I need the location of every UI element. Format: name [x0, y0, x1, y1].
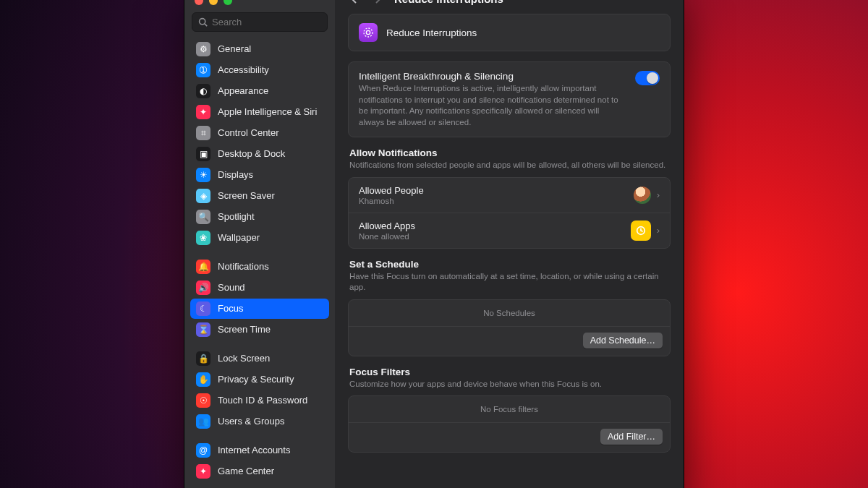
sidebar-item-label: Privacy & Security — [218, 374, 294, 385]
close-window-button[interactable] — [195, 0, 203, 5]
sidebar-item-touch-id-password[interactable]: ☉Touch ID & Password — [190, 390, 329, 411]
sidebar-item-displays-icon: ☀ — [196, 168, 210, 182]
add-filter-button[interactable]: Add Filter… — [600, 429, 663, 445]
sidebar-item-desktop-dock-icon: ▣ — [196, 147, 210, 161]
window-controls — [184, 0, 335, 12]
sidebar-item-internet-accounts[interactable]: @Internet Accounts — [190, 440, 329, 461]
sidebar-item-lock-screen[interactable]: 🔒Lock Screen — [190, 348, 329, 369]
filters-description: Customize how your apps and device behav… — [349, 379, 669, 390]
sidebar-item-users-groups-icon: 👥 — [196, 414, 210, 429]
sidebar-item-label: Users & Groups — [218, 416, 284, 427]
search-input[interactable] — [212, 17, 321, 27]
sidebar-item-game-center-icon: ✦ — [196, 464, 210, 479]
sidebar-item-focus[interactable]: ☾Focus — [190, 299, 329, 319]
sidebar-item-label: Control Center — [218, 127, 279, 139]
sidebar-item-wallpaper-icon: ❀ — [196, 231, 210, 245]
sidebar-item-general[interactable]: ⚙General — [190, 39, 329, 59]
schedule-empty-text: No Schedules — [349, 300, 670, 326]
sidebar-item-apple-intelligence-siri[interactable]: ✦Apple Intelligence & Siri — [190, 102, 329, 122]
back-button[interactable] — [348, 0, 361, 5]
sidebar-item-spotlight[interactable]: 🔍Spotlight — [190, 207, 329, 227]
main-content: Reduce Interruptions Reduce Interruption… — [335, 0, 684, 488]
filters-empty-text: No Focus filters — [349, 396, 670, 422]
forward-button[interactable] — [371, 0, 384, 5]
sidebar-item-focus-icon: ☾ — [196, 301, 210, 316]
sidebar-item-general-icon: ⚙ — [196, 42, 210, 56]
sidebar-item-spotlight-icon: 🔍 — [196, 210, 210, 224]
ibs-title: Intelligent Breakthrough & Silencing — [359, 71, 624, 82]
search-icon — [198, 17, 208, 27]
sidebar-item-label: Internet Accounts — [218, 445, 290, 456]
sidebar-item-label: Focus — [218, 303, 243, 314]
allow-heading: Allow Notifications — [349, 147, 669, 158]
ibs-description: When Reduce Interruptions is active, int… — [359, 83, 624, 128]
sidebar-item-label: Screen Saver — [218, 190, 275, 202]
zoom-window-button[interactable] — [224, 0, 232, 5]
search-field[interactable] — [192, 12, 328, 32]
sidebar-item-label: Wallpaper — [218, 232, 260, 244]
allowed-apps-row[interactable]: Allowed Apps None allowed › — [349, 213, 670, 248]
allowed-people-title: Allowed People — [359, 185, 424, 196]
sidebar-item-label: Screen Time — [218, 324, 271, 335]
allowed-apps-title: Allowed Apps — [359, 221, 415, 231]
sidebar-item-apple-intelligence-siri-icon: ✦ — [196, 105, 210, 119]
minimize-window-button[interactable] — [209, 0, 218, 5]
sidebar-item-screen-saver[interactable]: ◈Screen Saver — [190, 186, 329, 206]
contact-avatar — [634, 187, 651, 204]
chevron-right-icon: › — [657, 225, 660, 236]
allow-list: Allowed People Khamosh › Allowed Apps No… — [348, 177, 671, 249]
sidebar-item-touch-id-password-icon: ☉ — [196, 393, 210, 408]
system-settings-window: ⚙General➀Accessibility◐Appearance✦Apple … — [184, 0, 684, 488]
sidebar-item-label: Displays — [218, 169, 253, 181]
sidebar-item-label: Lock Screen — [218, 353, 270, 364]
sidebar-item-game-center[interactable]: ✦Game Center — [190, 461, 329, 481]
sidebar-item-accessibility-icon: ➀ — [196, 63, 210, 77]
sidebar-item-lock-screen-icon: 🔒 — [196, 351, 210, 366]
sidebar-item-label: Notifications — [218, 261, 269, 273]
filters-card: No Focus filters Add Filter… — [348, 395, 671, 453]
sidebar-item-label: Game Center — [218, 466, 274, 477]
sidebar-nav: ⚙General➀Accessibility◐Appearance✦Apple … — [184, 38, 335, 488]
sidebar-item-label: Desktop & Dock — [218, 148, 285, 160]
svg-point-3 — [364, 28, 373, 37]
add-schedule-button[interactable]: Add Schedule… — [583, 333, 663, 348]
sidebar-item-screen-saver-icon: ◈ — [196, 189, 210, 203]
allowed-people-row[interactable]: Allowed People Khamosh › — [349, 178, 670, 213]
svg-point-0 — [200, 19, 205, 25]
chevron-right-icon: › — [657, 189, 660, 200]
allow-description: Notifications from selected people and a… — [349, 160, 669, 171]
sidebar-item-screen-time[interactable]: ⌛Screen Time — [190, 320, 329, 340]
svg-line-1 — [205, 24, 207, 26]
sidebar-item-appearance-icon: ◐ — [196, 84, 210, 98]
topbar: Reduce Interruptions — [335, 0, 684, 9]
sidebar-item-notifications-icon: 🔔 — [196, 260, 210, 274]
sidebar-item-displays[interactable]: ☀Displays — [190, 165, 329, 185]
sidebar-item-notifications[interactable]: 🔔Notifications — [190, 257, 329, 277]
schedule-card: No Schedules Add Schedule… — [348, 299, 671, 356]
page-title: Reduce Interruptions — [394, 0, 503, 5]
allowed-apps-subtitle: None allowed — [359, 232, 415, 241]
sidebar-item-label: Spotlight — [218, 211, 255, 223]
allowed-people-subtitle: Khamosh — [359, 197, 424, 205]
sidebar-item-screen-time-icon: ⌛ — [196, 322, 210, 337]
sidebar-item-sound-icon: 🔊 — [196, 281, 210, 295]
ibs-toggle[interactable] — [635, 71, 660, 85]
sidebar-item-desktop-dock[interactable]: ▣Desktop & Dock — [190, 144, 329, 164]
sidebar-item-internet-accounts-icon: @ — [196, 443, 210, 458]
sidebar-item-users-groups[interactable]: 👥Users & Groups — [190, 411, 329, 432]
svg-point-2 — [366, 30, 370, 34]
focus-header-card: Reduce Interruptions — [348, 14, 671, 51]
sidebar-item-control-center-icon: ⌗ — [196, 126, 210, 140]
schedule-heading: Set a Schedule — [349, 259, 669, 270]
sidebar-item-appearance[interactable]: ◐Appearance — [190, 81, 329, 101]
sidebar-item-label: Appearance — [218, 85, 268, 97]
sidebar-item-label: Touch ID & Password — [218, 395, 307, 406]
sidebar-item-sound[interactable]: 🔊Sound — [190, 278, 329, 298]
sidebar-item-privacy-security[interactable]: ✋Privacy & Security — [190, 369, 329, 390]
sidebar-item-wallpaper[interactable]: ❀Wallpaper — [190, 228, 329, 248]
sidebar-item-control-center[interactable]: ⌗Control Center — [190, 123, 329, 143]
focus-name: Reduce Interruptions — [386, 27, 477, 38]
sidebar-item-accessibility[interactable]: ➀Accessibility — [190, 60, 329, 80]
schedule-description: Have this Focus turn on automatically at… — [349, 271, 669, 294]
sidebar-item-label: General — [218, 43, 251, 55]
